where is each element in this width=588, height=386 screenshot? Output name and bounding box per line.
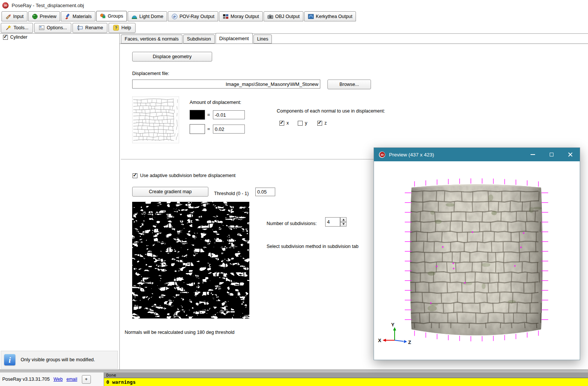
adaptive-subdivision-label: Use adaptive subdivision before displace… [140,173,235,178]
light-dome-icon [131,14,137,20]
component-x[interactable]: x [279,120,289,126]
subdivisions-down-button[interactable] [340,222,347,227]
equals-sign: = [207,126,210,132]
tab-kerkythea-output[interactable]: Kerkythea Output [304,11,356,21]
displace-geometry-button[interactable]: Displace geometry [132,52,212,62]
y-checkbox[interactable] [298,121,303,126]
subtab-baseline [119,44,588,44]
subtab-faces[interactable]: Faces, vertices & normals [121,35,182,44]
window-controls [523,148,580,161]
subtab-lines[interactable]: Lines [253,35,272,44]
obj-icon [267,14,273,20]
help-button[interactable]: ? Help [109,23,136,33]
title-bar: 3D PoseRay - Test_displacement.obj [0,0,588,11]
toolbar-label: Options... [47,25,67,30]
subtab-subdivision[interactable]: Subdivision [183,35,215,44]
toolbar-label: Tools... [14,25,29,30]
axis-y-label: Y [391,322,395,327]
adaptive-subdivision-checkbox[interactable] [133,173,137,178]
tab-groups[interactable]: Groups [96,11,127,21]
options-button[interactable]: Options... [34,23,72,33]
preview-viewport[interactable]: Y X Z [374,161,580,360]
tab-light-dome[interactable]: Light Dome [128,11,167,21]
minimize-button[interactable] [523,148,542,161]
amount-label: Amount of displacement: [190,100,241,105]
log-status-line: Done [104,372,588,378]
cylinder-checkbox[interactable] [3,35,8,40]
svg-text:3D: 3D [4,4,7,7]
toolbar-label: Help [121,25,131,30]
groups-list-panel: Cylinder i Only visible groups will be m… [0,34,120,369]
x-label: x [286,120,289,126]
email-link[interactable]: email [66,377,77,382]
version-text: PoseRay v3.13.31.705 [2,377,50,382]
subdivision-method-note: Select subdivision method in subdivision… [267,244,359,249]
subtab-label: Subdivision [187,36,211,42]
component-y[interactable]: y [298,120,307,126]
preview-window-title: Preview (437 x 423) [389,152,523,158]
displacement-file-label: Displacement file: [132,71,169,76]
y-label: y [305,120,307,126]
subdivisions-up-button[interactable] [340,217,347,222]
toolbar: Tools... Options... Rename ? Help [0,22,588,34]
preview-logo-icon: 3D [379,152,385,158]
materials-icon [65,14,71,20]
groups-icon [100,13,106,19]
tab-label: POV-Ray Output [179,14,214,19]
preview-icon [32,14,38,20]
poseray-window: 3D PoseRay - Test_displacement.obj Input… [0,0,588,386]
warnings-line: 0 warnings [104,378,588,386]
group-item-cylinder[interactable]: Cylinder [3,35,27,40]
povray-icon: P [172,14,178,20]
subtab-label: Lines [257,36,268,42]
browse-button[interactable]: Browse... [327,80,371,89]
x-checkbox[interactable] [279,121,284,126]
subdivisions-spinner [325,217,347,227]
toolbar-label: Rename [85,25,103,30]
threshold-input[interactable] [255,188,275,196]
tab-label: Preview [40,14,56,19]
subtab-displacement[interactable]: Displacement [216,33,253,44]
web-link[interactable]: Web [53,377,62,382]
close-button[interactable] [561,148,580,161]
tab-label: Kerkythea Output [316,14,352,19]
tab-input[interactable]: Input [2,11,27,21]
preview-title-bar[interactable]: 3D Preview (437 x 423) [374,148,580,161]
tab-materials[interactable]: Materials [61,11,95,21]
svg-text:i: i [9,356,11,365]
adaptive-subdivision-option[interactable]: Use adaptive subdivision before displace… [133,173,235,178]
subtab-label: Displacement [219,36,249,41]
tab-obj-output[interactable]: OBJ Output [264,11,303,21]
tab-moray-output[interactable]: Moray Output [219,11,263,21]
axis-z-label: Z [408,339,411,345]
close-icon [568,152,573,157]
maximize-button[interactable] [542,148,561,161]
tab-label: Materials [72,14,92,19]
info-icon: i [4,354,15,365]
tools-button[interactable]: Tools... [1,23,33,33]
groups-note-box: i Only visible groups will be modified. [1,351,118,369]
black-amount-input[interactable] [213,110,245,119]
preview-window: 3D Preview (437 x 423) [374,147,580,360]
group-sub-tabs: Faces, vertices & normals Subdivision Di… [121,34,272,44]
gradient-map-image [132,202,249,318]
expand-log-button[interactable]: + [82,375,91,384]
tab-preview[interactable]: Preview [28,11,60,21]
axis-indicator: Y X Z [378,322,411,345]
z-label: z [324,120,327,126]
tab-label: Light Dome [139,14,163,19]
main-tab-bar: Input Preview Materials Groups Light Dom… [0,11,588,21]
rename-button[interactable]: Rename [72,23,107,33]
create-gradient-map-button[interactable]: Create gradient map [132,187,208,197]
group-item-label: Cylinder [10,35,27,40]
kerkythea-icon [308,14,314,20]
z-checkbox[interactable] [317,121,322,126]
component-z[interactable]: z [317,120,327,126]
tab-povray-output[interactable]: P POV-Ray Output [168,11,218,21]
displacement-file-input[interactable] [132,80,320,89]
svg-text:3D: 3D [380,153,384,156]
groups-note-text: Only visible groups will be modified. [21,357,95,362]
white-amount-input[interactable] [213,125,245,134]
subdivisions-input[interactable] [325,217,340,227]
white-swatch [190,124,205,134]
